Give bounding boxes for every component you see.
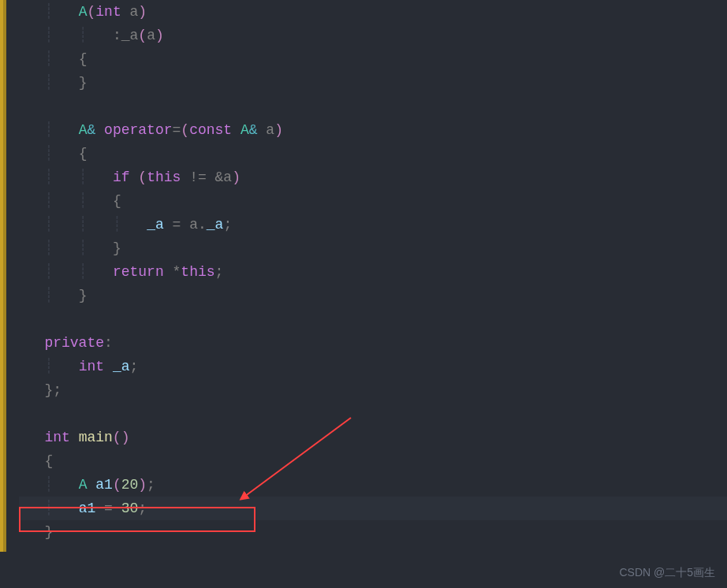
code-line[interactable]: ┊ A(int a) [19, 0, 727, 24]
code-line[interactable]: ┊ ┊ } [19, 236, 727, 260]
code-editor[interactable]: ┊ A(int a) ┊ ┊ :_a(a) ┊ { ┊ } ┊ A& opera… [19, 0, 727, 544]
code-line[interactable]: ┊ ┊ { [19, 189, 727, 213]
code-line[interactable] [19, 307, 727, 331]
code-line[interactable]: ┊ { [19, 142, 727, 166]
code-line[interactable]: ┊ ┊ :_a(a) [19, 24, 727, 47]
code-line[interactable]: ┊ ┊ ┊ _a = a._a; [19, 213, 727, 236]
code-line[interactable]: private: [19, 331, 727, 355]
code-line[interactable]: } [19, 520, 727, 544]
code-line[interactable]: ┊ } [19, 284, 727, 307]
code-line[interactable]: ┊ ┊ return *this; [19, 260, 727, 284]
code-line[interactable]: ┊ a1 = 30; [19, 497, 727, 520]
code-line[interactable]: ┊ A& operator=(const A& a) [19, 118, 727, 142]
code-line[interactable]: }; [19, 378, 727, 402]
code-line[interactable]: ┊ A a1(20); [19, 473, 727, 497]
gutter-margin [0, 0, 19, 588]
watermark: CSDN @二十5画生 [619, 566, 715, 580]
code-line[interactable]: ┊ { [19, 47, 727, 71]
code-line[interactable] [19, 402, 727, 426]
code-line[interactable]: { [19, 449, 727, 473]
code-line[interactable] [19, 95, 727, 118]
modification-bar-2 [3, 0, 6, 552]
code-line[interactable]: int main() [19, 426, 727, 449]
code-line[interactable]: ┊ ┊ if (this != &a) [19, 166, 727, 189]
code-line[interactable]: ┊ int _a; [19, 355, 727, 378]
code-line[interactable]: ┊ } [19, 71, 727, 95]
